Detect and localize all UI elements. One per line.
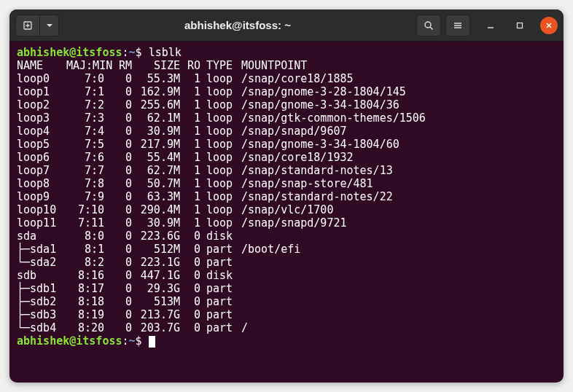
cell-type: part <box>206 243 241 256</box>
minimize-button[interactable] <box>482 17 499 34</box>
cell-mountpoint: /boot/efi <box>241 243 300 256</box>
svg-line-4 <box>430 27 433 30</box>
cell-rm: 0 <box>104 177 132 190</box>
cell-mountpoint: /snap/standard-notes/13 <box>241 164 393 177</box>
cell-ro: 1 <box>180 216 200 230</box>
maximize-button[interactable] <box>511 17 529 34</box>
table-row: loop97:9063.3M1loop/snap/standard-notes/… <box>17 190 556 203</box>
cell-majmin: 8:17 <box>66 282 104 295</box>
table-row: sdb8:160447.1G0disk <box>17 269 556 282</box>
cell-type: loop <box>206 216 241 230</box>
cell-size: 63.3M <box>132 190 180 203</box>
cell-name: loop0 <box>17 72 66 85</box>
terminal-body[interactable]: abhishek@itsfoss:~$ lsblkNAMEMAJ:MINRMSI… <box>9 42 564 383</box>
col-mountpoint: MOUNTPOINT <box>241 59 307 72</box>
cell-type: loop <box>206 85 241 98</box>
table-row: loop27:20255.6M1loop/snap/gnome-3-34-180… <box>17 98 556 111</box>
cell-size: 62.7M <box>132 164 180 177</box>
cell-name: loop7 <box>17 164 66 177</box>
cell-majmin: 8:18 <box>66 295 104 308</box>
cell-name: loop5 <box>17 138 66 151</box>
cell-rm: 0 <box>104 203 132 216</box>
col-type: TYPE <box>206 59 241 72</box>
table-row: ├─sda18:10512M0part/boot/efi <box>17 243 556 256</box>
cell-majmin: 7:2 <box>66 98 104 111</box>
cell-name: ├─sdb1 <box>17 282 66 295</box>
menu-button[interactable] <box>445 15 470 36</box>
table-row: ├─sdb38:190213.7G0part <box>17 308 556 321</box>
maximize-icon <box>516 22 523 29</box>
cell-mountpoint: /snap/gnome-3-34-1804/36 <box>241 98 399 111</box>
cell-mountpoint: /snap/gnome-3-28-1804/145 <box>241 85 406 98</box>
table-row: loop57:50217.9M1loop/snap/gnome-3-34-180… <box>17 138 556 151</box>
cell-ro: 1 <box>180 164 200 177</box>
cell-majmin: 7:3 <box>66 111 104 125</box>
cell-type: loop <box>206 164 241 177</box>
close-icon <box>545 22 553 29</box>
cell-type: loop <box>206 203 241 216</box>
cell-size: 62.1M <box>132 111 180 125</box>
cell-majmin: 8:19 <box>66 308 104 321</box>
cell-type: disk <box>206 230 241 243</box>
cell-rm: 0 <box>104 243 132 256</box>
command-text: lsblk <box>149 46 182 59</box>
col-name: NAME <box>17 59 66 72</box>
cell-majmin: 8:16 <box>66 269 104 282</box>
cell-majmin: 8:0 <box>66 230 104 243</box>
cell-size: 513M <box>132 295 180 308</box>
cell-rm: 0 <box>104 230 132 243</box>
table-row: loop67:6055.4M1loop/snap/core18/1932 <box>17 151 556 164</box>
cell-type: part <box>206 256 241 269</box>
cell-name: loop4 <box>17 125 66 138</box>
prompt-symbol: $ <box>136 46 142 59</box>
table-row: loop47:4030.9M1loop/snap/snapd/9607 <box>17 125 556 138</box>
new-tab-menu-button[interactable] <box>40 15 59 36</box>
cell-majmin: 7:11 <box>66 216 104 230</box>
cell-ro: 0 <box>180 308 200 321</box>
cell-majmin: 8:20 <box>66 321 104 334</box>
cell-ro: 1 <box>180 138 200 151</box>
lsblk-header: NAMEMAJ:MINRMSIZEROTYPEMOUNTPOINT <box>17 59 556 72</box>
cell-rm: 0 <box>104 308 132 321</box>
cell-type: disk <box>206 269 241 282</box>
cell-ro: 0 <box>180 282 200 295</box>
search-button[interactable] <box>416 15 441 36</box>
cell-rm: 0 <box>104 321 132 334</box>
cell-size: 50.7M <box>132 177 180 190</box>
cell-rm: 0 <box>104 164 132 177</box>
cell-majmin: 7:10 <box>66 203 104 216</box>
table-row: loop107:100290.4M1loop/snap/vlc/1700 <box>17 203 556 216</box>
prompt-user-host: abhishek@itsfoss <box>17 46 122 59</box>
cell-name: loop11 <box>17 216 66 230</box>
table-row: sda8:00223.6G0disk <box>17 230 556 243</box>
cell-majmin: 8:1 <box>66 243 104 256</box>
col-rm: RM <box>104 59 132 72</box>
cell-type: part <box>206 321 241 334</box>
cell-name: loop6 <box>17 151 66 164</box>
cell-name: loop8 <box>17 177 66 190</box>
cell-type: loop <box>206 111 241 125</box>
cell-ro: 0 <box>180 295 200 308</box>
prompt-line-1: abhishek@itsfoss:~$ lsblk <box>17 46 556 59</box>
cell-rm: 0 <box>104 138 132 151</box>
new-tab-button[interactable] <box>15 15 40 36</box>
cell-ro: 1 <box>180 203 200 216</box>
hamburger-icon <box>453 20 463 31</box>
table-row: ├─sdb28:180513M0part <box>17 295 556 308</box>
col-ro: RO <box>180 59 200 72</box>
table-row: ├─sdb18:17029.3G0part <box>17 282 556 295</box>
cell-rm: 0 <box>104 111 132 125</box>
cell-size: 30.9M <box>132 125 180 138</box>
cell-rm: 0 <box>104 216 132 230</box>
search-icon <box>424 20 434 31</box>
close-button[interactable] <box>540 17 558 34</box>
cell-rm: 0 <box>104 256 132 269</box>
cell-type: loop <box>206 177 241 190</box>
cell-rm: 0 <box>104 190 132 203</box>
prompt-path: ~ <box>129 46 136 59</box>
cell-mountpoint: / <box>241 321 248 334</box>
terminal-window: abhishek@itsfoss: ~ abhishek@itsfoss:~$ … <box>9 9 564 383</box>
cell-name: ├─sdb3 <box>17 308 66 321</box>
cell-size: 213.7G <box>132 308 180 321</box>
prompt-symbol: $ <box>136 334 142 348</box>
